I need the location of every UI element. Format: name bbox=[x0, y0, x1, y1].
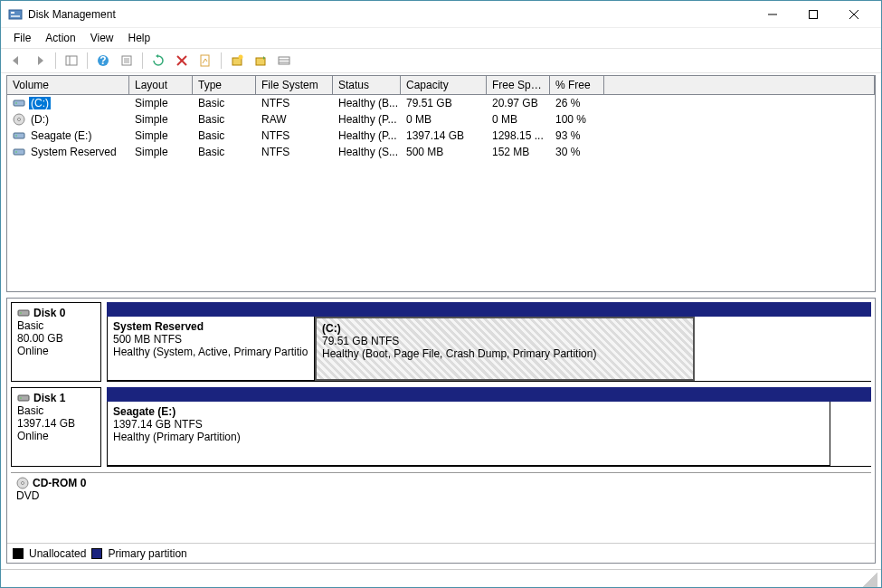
svg-rect-30 bbox=[18, 310, 29, 316]
new-button[interactable] bbox=[227, 51, 247, 71]
partition-status: Healthy (System, Active, Primary Partiti… bbox=[113, 346, 308, 358]
volume-cell-capacity: 79.51 GB bbox=[401, 97, 487, 109]
disk-layout-scroll[interactable]: Disk 0Basic80.00 GBOnlineSystem Reserved… bbox=[7, 299, 875, 543]
col-filesystem[interactable]: File System bbox=[256, 76, 333, 94]
volume-cell-fs: NTFS bbox=[256, 97, 333, 109]
col-blank[interactable] bbox=[604, 76, 875, 94]
svg-rect-2 bbox=[11, 15, 20, 17]
partition[interactable]: System Reserved500 MB NTFSHealthy (Syste… bbox=[107, 317, 315, 381]
partition-bar bbox=[107, 387, 871, 402]
properties-button[interactable] bbox=[195, 51, 215, 71]
col-freespace[interactable]: Free Spa... bbox=[487, 76, 550, 94]
volume-list-body[interactable]: (C:)SimpleBasicNTFSHealthy (B...79.51 GB… bbox=[7, 95, 875, 291]
maximize-button[interactable] bbox=[792, 1, 833, 27]
menu-view[interactable]: View bbox=[83, 30, 121, 46]
partition[interactable]: Seagate (E:)1397.14 GB NTFSHealthy (Prim… bbox=[107, 402, 830, 466]
col-type[interactable]: Type bbox=[193, 76, 256, 94]
close-button[interactable] bbox=[833, 1, 874, 27]
disk-info[interactable]: Disk 0Basic80.00 GBOnline bbox=[11, 302, 101, 382]
col-pctfree[interactable]: % Free bbox=[550, 76, 604, 94]
svg-rect-1 bbox=[11, 12, 14, 14]
menu-help[interactable]: Help bbox=[121, 30, 158, 46]
volume-row[interactable]: System ReservedSimpleBasicNTFSHealthy (S… bbox=[7, 144, 875, 160]
volume-cell-name: (D:) bbox=[7, 113, 129, 126]
volume-list-header: Volume Layout Type File System Status Ca… bbox=[7, 76, 875, 95]
disk-size: 80.00 GB bbox=[17, 332, 95, 345]
svg-point-25 bbox=[18, 119, 21, 121]
disk-type: DVD bbox=[16, 489, 866, 502]
menu-file[interactable]: File bbox=[6, 30, 38, 46]
menu-action[interactable]: Action bbox=[38, 30, 82, 46]
volume-row[interactable]: (C:)SimpleBasicNTFSHealthy (B...79.51 GB… bbox=[7, 95, 875, 111]
volume-cell-layout: Simple bbox=[129, 129, 193, 142]
separator bbox=[142, 52, 143, 69]
svg-rect-7 bbox=[66, 56, 77, 65]
col-status[interactable]: Status bbox=[333, 76, 401, 94]
svg-rect-12 bbox=[124, 58, 129, 63]
status-bar bbox=[1, 569, 881, 587]
volume-cell-pct: 100 % bbox=[550, 113, 604, 126]
volume-cell-free: 1298.15 ... bbox=[487, 129, 550, 142]
volume-cell-status: Healthy (P... bbox=[333, 113, 401, 126]
partition-size: 79.51 GB NTFS bbox=[322, 335, 688, 347]
svg-text:?: ? bbox=[100, 54, 106, 67]
volume-label: (D:) bbox=[29, 113, 51, 126]
col-layout[interactable]: Layout bbox=[129, 76, 193, 94]
volume-cell-type: Basic bbox=[193, 113, 256, 126]
content-area: Volume Layout Type File System Status Ca… bbox=[1, 73, 881, 569]
dvd-icon bbox=[16, 477, 29, 489]
volume-cell-capacity: 0 MB bbox=[401, 113, 487, 126]
toolbar: ? bbox=[1, 48, 881, 73]
settings-button[interactable] bbox=[117, 51, 137, 71]
disk-partitions: System Reserved500 MB NTFSHealthy (Syste… bbox=[107, 302, 871, 382]
volume-cell-layout: Simple bbox=[129, 97, 193, 109]
volume-cell-name: System Reserved bbox=[7, 146, 129, 158]
resize-grip[interactable] bbox=[863, 573, 877, 587]
disk-info[interactable]: Disk 1Basic1397.14 GBOnline bbox=[11, 387, 101, 467]
volume-cell-type: Basic bbox=[193, 146, 256, 158]
svg-rect-15 bbox=[201, 55, 209, 66]
disk-name: Disk 1 bbox=[33, 392, 65, 404]
minimize-button[interactable] bbox=[752, 1, 792, 27]
separator bbox=[55, 52, 56, 69]
partition-body: Seagate (E:)1397.14 GB NTFSHealthy (Prim… bbox=[107, 402, 871, 467]
app-icon bbox=[8, 7, 23, 22]
volume-list: Volume Layout Type File System Status Ca… bbox=[6, 75, 876, 292]
graphical-view: Disk 0Basic80.00 GBOnlineSystem Reserved… bbox=[6, 298, 876, 564]
wizard-button[interactable] bbox=[251, 51, 270, 71]
help-button[interactable]: ? bbox=[93, 51, 113, 71]
list-button[interactable] bbox=[274, 51, 294, 71]
volume-cell-fs: NTFS bbox=[256, 129, 333, 142]
volume-label: (C:) bbox=[29, 97, 51, 109]
forward-button[interactable] bbox=[30, 51, 50, 71]
disk-status: Online bbox=[17, 430, 95, 442]
col-volume[interactable]: Volume bbox=[7, 76, 129, 94]
partition[interactable]: (C:)79.51 GB NTFSHealthy (Boot, Page Fil… bbox=[315, 317, 695, 381]
volume-cell-name: (C:) bbox=[7, 97, 129, 109]
volume-cell-layout: Simple bbox=[129, 146, 193, 158]
col-capacity[interactable]: Capacity bbox=[401, 76, 487, 94]
volume-cell-type: Basic bbox=[193, 129, 256, 142]
svg-point-27 bbox=[15, 135, 17, 137]
delete-button[interactable] bbox=[172, 51, 192, 71]
legend: Unallocated Primary partition bbox=[7, 543, 875, 563]
disk-type: Basic bbox=[17, 404, 95, 417]
volume-row[interactable]: (D:)SimpleBasicRAWHealthy (P...0 MB0 MB1… bbox=[7, 111, 875, 128]
volume-cell-free: 152 MB bbox=[487, 146, 550, 158]
disk-row: Disk 0Basic80.00 GBOnlineSystem Reserved… bbox=[11, 302, 871, 382]
volume-row[interactable]: Seagate (E:)SimpleBasicNTFSHealthy (P...… bbox=[7, 128, 875, 144]
show-hide-console-tree-button[interactable] bbox=[62, 51, 81, 71]
svg-rect-22 bbox=[14, 100, 24, 106]
legend-swatch-primary bbox=[91, 548, 102, 559]
separator bbox=[87, 52, 88, 69]
svg-rect-26 bbox=[14, 133, 24, 138]
separator bbox=[221, 52, 222, 69]
svg-point-31 bbox=[20, 312, 22, 314]
svg-point-35 bbox=[22, 482, 24, 485]
refresh-button[interactable] bbox=[148, 51, 168, 71]
disk-info[interactable]: CD-ROM 0DVD bbox=[11, 472, 871, 543]
window-controls bbox=[752, 1, 874, 27]
drive-icon bbox=[13, 97, 25, 109]
back-button[interactable] bbox=[6, 51, 26, 71]
legend-label-primary: Primary partition bbox=[108, 547, 186, 560]
